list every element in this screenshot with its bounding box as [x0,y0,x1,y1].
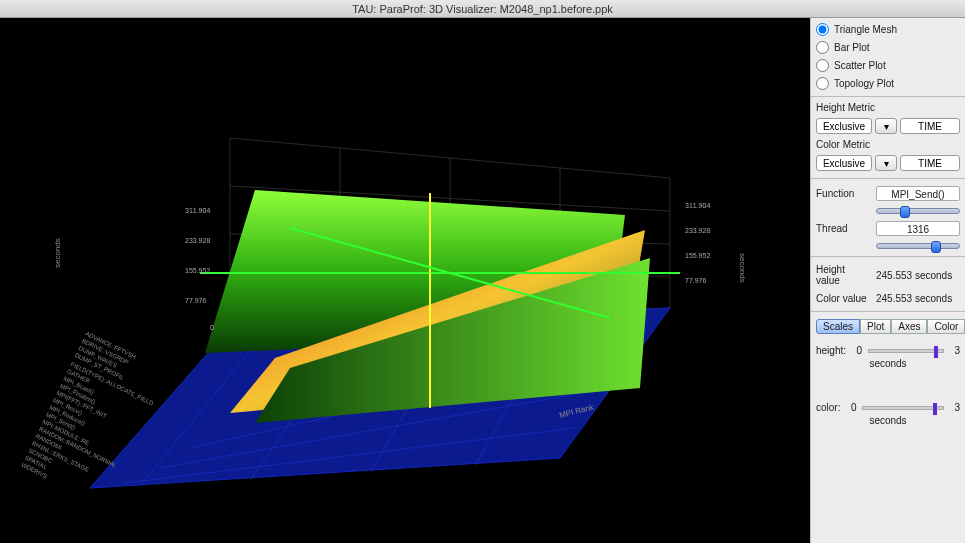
3d-viewport[interactable]: 311.904 233.928 155.952 77.976 0 311.904… [0,18,810,543]
scale-height-slider[interactable] [868,349,944,353]
z-ticks-left: 311.904 233.928 155.952 77.976 0 [185,207,214,331]
separator [811,96,965,97]
tab-color[interactable]: Color [927,319,965,334]
function-slider-thumb[interactable] [900,206,910,218]
radio-input[interactable] [816,41,829,54]
control-panel: Triangle Mesh Bar Plot Scatter Plot Topo… [810,18,965,543]
radio-topology-plot[interactable]: Topology Plot [816,76,960,91]
color-value-label: Color value [816,293,870,304]
scale-height-unit: seconds [816,358,960,369]
height-metric-combo[interactable]: TIME [900,118,960,134]
scale-height-thumb[interactable] [934,346,938,358]
scene-svg: 311.904 233.928 155.952 77.976 0 311.904… [0,18,810,543]
scale-height-max: 3 [950,345,960,356]
separator [811,178,965,179]
separator [811,256,965,257]
window-titlebar: TAU: ParaProf: 3D Visualizer: M2048_np1.… [0,0,965,18]
thread-slider-row [816,243,960,249]
function-value: MPI_Send() [876,186,960,201]
thread-label: Thread [816,223,870,234]
color-value-row: Color value 245.553 seconds [816,293,960,304]
thread-row: Thread 1316 [816,221,960,236]
radio-label: Topology Plot [834,78,894,89]
scale-color-slider[interactable] [862,406,944,410]
radio-triangle-mesh[interactable]: Triangle Mesh [816,22,960,37]
scale-color-unit: seconds [816,415,960,426]
tab-plot[interactable]: Plot [860,319,891,334]
height-value-row: Height value 245.553 seconds [816,264,960,286]
height-metric-label: Height Metric [816,102,960,113]
svg-text:155.952: 155.952 [185,267,210,274]
scale-color-min: 0 [846,402,856,413]
svg-text:311.904: 311.904 [185,207,210,214]
radio-label: Scatter Plot [834,60,886,71]
tab-scales[interactable]: Scales [816,319,860,334]
scale-height-block: height: 0 3 seconds [816,345,960,369]
color-metric-row: Exclusive ▾ TIME [816,155,960,171]
svg-text:155.952: 155.952 [685,252,710,259]
radio-label: Triangle Mesh [834,24,897,35]
separator [811,311,965,312]
height-value: 245.553 seconds [876,270,952,281]
thread-value: 1316 [876,221,960,236]
height-metric-caret[interactable]: ▾ [875,118,897,134]
color-metric-combo[interactable]: TIME [900,155,960,171]
scale-height-min: 0 [852,345,862,356]
function-slider-row [816,208,960,214]
svg-text:311.904: 311.904 [685,202,710,209]
scene-svg-wrap: 311.904 233.928 155.952 77.976 0 311.904… [0,18,810,543]
scale-height-label: height: [816,345,846,356]
svg-text:233.928: 233.928 [185,237,210,244]
tab-axes[interactable]: Axes [891,319,927,334]
scale-color-thumb[interactable] [933,403,937,415]
svg-text:0: 0 [210,324,214,331]
height-metric-row: Exclusive ▾ TIME [816,118,960,134]
thread-slider[interactable] [876,243,960,249]
height-value-label: Height value [816,264,870,286]
radio-scatter-plot[interactable]: Scatter Plot [816,58,960,73]
height-metric-mode-combo[interactable]: Exclusive [816,118,872,134]
color-metric-caret[interactable]: ▾ [875,155,897,171]
scale-color-block: color: 0 3 seconds [816,402,960,426]
thread-slider-thumb[interactable] [931,241,941,253]
z-axis-label-left: seconds [53,238,62,268]
scale-color-max: 3 [950,402,960,413]
radio-input[interactable] [816,59,829,72]
color-metric-label: Color Metric [816,139,960,150]
z-axis-label-right: seconds [738,253,747,283]
radio-bar-plot[interactable]: Bar Plot [816,40,960,55]
color-metric-mode-combo[interactable]: Exclusive [816,155,872,171]
radio-label: Bar Plot [834,42,870,53]
svg-text:233.928: 233.928 [685,227,710,234]
color-value: 245.553 seconds [876,293,952,304]
scale-color-label: color: [816,402,840,413]
z-ticks-right: 311.904 233.928 155.952 77.976 [685,202,710,284]
tab-bar: Scales Plot Axes Color R [816,319,960,334]
radio-input[interactable] [816,77,829,90]
svg-text:77.976: 77.976 [685,277,707,284]
workspace: 311.904 233.928 155.952 77.976 0 311.904… [0,18,965,543]
function-label: Function [816,188,870,199]
svg-text:77.976: 77.976 [185,297,207,304]
function-slider[interactable] [876,208,960,214]
radio-input[interactable] [816,23,829,36]
function-row: Function MPI_Send() [816,186,960,201]
